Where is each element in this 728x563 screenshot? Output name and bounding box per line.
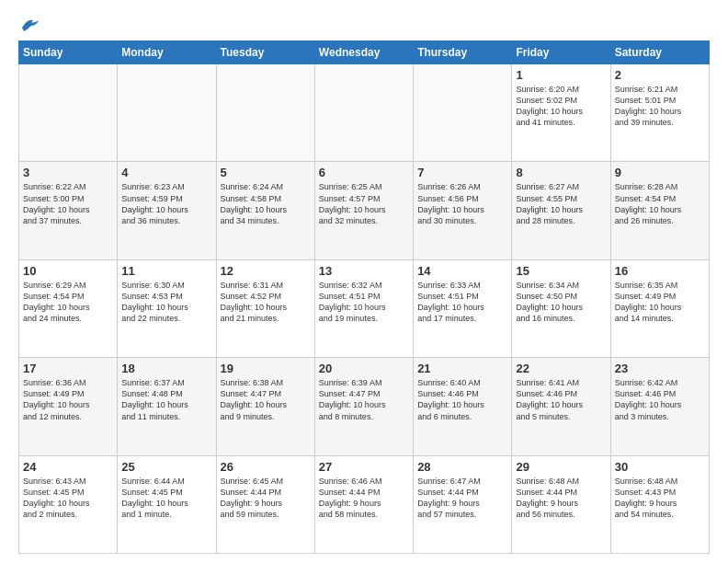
calendar-cell: 11Sunrise: 6:30 AM Sunset: 4:53 PM Dayli… — [118, 259, 216, 357]
calendar-header-thursday: Thursday — [414, 41, 512, 64]
calendar-cell: 15Sunrise: 6:34 AM Sunset: 4:50 PM Dayli… — [512, 259, 610, 357]
day-info: Sunrise: 6:48 AM Sunset: 4:44 PM Dayligh… — [516, 476, 606, 521]
calendar-cell: 6Sunrise: 6:25 AM Sunset: 4:57 PM Daylig… — [314, 162, 413, 259]
calendar-cell: 1Sunrise: 6:20 AM Sunset: 5:02 PM Daylig… — [512, 64, 610, 162]
calendar-header-monday: Monday — [118, 41, 216, 64]
day-info: Sunrise: 6:22 AM Sunset: 5:00 PM Dayligh… — [23, 181, 113, 226]
calendar-header-row: SundayMondayTuesdayWednesdayThursdayFrid… — [19, 41, 710, 64]
day-info: Sunrise: 6:32 AM Sunset: 4:51 PM Dayligh… — [319, 280, 409, 325]
day-number: 21 — [417, 362, 507, 375]
day-number: 29 — [516, 460, 606, 474]
calendar-cell: 5Sunrise: 6:24 AM Sunset: 4:58 PM Daylig… — [216, 162, 314, 259]
calendar-cell: 14Sunrise: 6:33 AM Sunset: 4:51 PM Dayli… — [414, 259, 512, 357]
calendar-cell — [118, 64, 216, 162]
day-number: 25 — [121, 460, 211, 474]
day-info: Sunrise: 6:43 AM Sunset: 4:45 PM Dayligh… — [23, 476, 113, 521]
day-info: Sunrise: 6:33 AM Sunset: 4:51 PM Dayligh… — [417, 280, 507, 325]
day-info: Sunrise: 6:47 AM Sunset: 4:44 PM Dayligh… — [417, 476, 507, 521]
day-number: 10 — [23, 264, 113, 278]
calendar-week-4: 17Sunrise: 6:36 AM Sunset: 4:49 PM Dayli… — [19, 358, 710, 455]
calendar-cell: 3Sunrise: 6:22 AM Sunset: 5:00 PM Daylig… — [19, 162, 118, 259]
day-number: 6 — [319, 166, 409, 179]
calendar-week-2: 3Sunrise: 6:22 AM Sunset: 5:00 PM Daylig… — [19, 162, 710, 259]
calendar-cell: 21Sunrise: 6:40 AM Sunset: 4:46 PM Dayli… — [414, 358, 512, 455]
day-number: 8 — [516, 166, 606, 179]
calendar-header-saturday: Saturday — [610, 41, 709, 64]
day-info: Sunrise: 6:35 AM Sunset: 4:49 PM Dayligh… — [615, 280, 705, 325]
calendar-cell: 26Sunrise: 6:45 AM Sunset: 4:44 PM Dayli… — [216, 455, 314, 553]
calendar-cell: 20Sunrise: 6:39 AM Sunset: 4:47 PM Dayli… — [314, 358, 413, 455]
day-info: Sunrise: 6:34 AM Sunset: 4:50 PM Dayligh… — [516, 280, 606, 325]
day-number: 19 — [221, 362, 311, 375]
calendar-cell: 10Sunrise: 6:29 AM Sunset: 4:54 PM Dayli… — [19, 259, 118, 357]
day-number: 24 — [23, 460, 113, 474]
day-info: Sunrise: 6:46 AM Sunset: 4:44 PM Dayligh… — [319, 476, 409, 521]
day-info: Sunrise: 6:44 AM Sunset: 4:45 PM Dayligh… — [121, 476, 211, 521]
day-number: 3 — [23, 166, 113, 179]
calendar-cell: 22Sunrise: 6:41 AM Sunset: 4:46 PM Dayli… — [512, 358, 610, 455]
day-info: Sunrise: 6:30 AM Sunset: 4:53 PM Dayligh… — [121, 280, 211, 325]
day-number: 5 — [221, 166, 311, 179]
day-info: Sunrise: 6:21 AM Sunset: 5:01 PM Dayligh… — [615, 84, 705, 129]
day-number: 1 — [516, 68, 606, 82]
day-info: Sunrise: 6:26 AM Sunset: 4:56 PM Dayligh… — [417, 181, 507, 226]
calendar-cell: 2Sunrise: 6:21 AM Sunset: 5:01 PM Daylig… — [610, 64, 709, 162]
calendar-cell: 28Sunrise: 6:47 AM Sunset: 4:44 PM Dayli… — [414, 455, 512, 553]
calendar-cell — [19, 64, 118, 162]
calendar-cell: 19Sunrise: 6:38 AM Sunset: 4:47 PM Dayli… — [216, 358, 314, 455]
day-number: 30 — [615, 460, 705, 474]
day-number: 9 — [615, 166, 705, 179]
day-info: Sunrise: 6:37 AM Sunset: 4:48 PM Dayligh… — [121, 377, 211, 422]
calendar-header-wednesday: Wednesday — [314, 41, 413, 64]
day-number: 7 — [417, 166, 507, 179]
calendar-table: SundayMondayTuesdayWednesdayThursdayFrid… — [18, 40, 710, 554]
day-number: 28 — [417, 460, 507, 474]
calendar-cell — [414, 64, 512, 162]
day-number: 27 — [319, 460, 409, 474]
calendar-cell: 16Sunrise: 6:35 AM Sunset: 4:49 PM Dayli… — [610, 259, 709, 357]
day-info: Sunrise: 6:38 AM Sunset: 4:47 PM Dayligh… — [221, 377, 311, 422]
day-info: Sunrise: 6:28 AM Sunset: 4:54 PM Dayligh… — [615, 181, 705, 226]
day-number: 12 — [221, 264, 311, 278]
calendar-cell: 4Sunrise: 6:23 AM Sunset: 4:59 PM Daylig… — [118, 162, 216, 259]
day-number: 20 — [319, 362, 409, 375]
day-info: Sunrise: 6:24 AM Sunset: 4:58 PM Dayligh… — [221, 181, 311, 226]
day-info: Sunrise: 6:41 AM Sunset: 4:46 PM Dayligh… — [516, 377, 606, 422]
calendar-cell: 24Sunrise: 6:43 AM Sunset: 4:45 PM Dayli… — [19, 455, 118, 553]
calendar-cell: 18Sunrise: 6:37 AM Sunset: 4:48 PM Dayli… — [118, 358, 216, 455]
calendar-cell: 29Sunrise: 6:48 AM Sunset: 4:44 PM Dayli… — [512, 455, 610, 553]
day-info: Sunrise: 6:40 AM Sunset: 4:46 PM Dayligh… — [417, 377, 507, 422]
day-number: 26 — [221, 460, 311, 474]
day-number: 11 — [121, 264, 211, 278]
day-info: Sunrise: 6:27 AM Sunset: 4:55 PM Dayligh… — [516, 181, 606, 226]
calendar-cell: 25Sunrise: 6:44 AM Sunset: 4:45 PM Dayli… — [118, 455, 216, 553]
calendar-cell: 30Sunrise: 6:48 AM Sunset: 4:43 PM Dayli… — [610, 455, 709, 553]
day-info: Sunrise: 6:42 AM Sunset: 4:46 PM Dayligh… — [615, 377, 705, 422]
calendar-cell: 12Sunrise: 6:31 AM Sunset: 4:52 PM Dayli… — [216, 259, 314, 357]
calendar-cell: 7Sunrise: 6:26 AM Sunset: 4:56 PM Daylig… — [414, 162, 512, 259]
logo-bird-icon — [20, 17, 40, 33]
day-number: 2 — [615, 68, 705, 82]
day-number: 14 — [417, 264, 507, 278]
calendar-week-3: 10Sunrise: 6:29 AM Sunset: 4:54 PM Dayli… — [19, 259, 710, 357]
calendar-cell: 27Sunrise: 6:46 AM Sunset: 4:44 PM Dayli… — [314, 455, 413, 553]
calendar-header-tuesday: Tuesday — [216, 41, 314, 64]
day-info: Sunrise: 6:25 AM Sunset: 4:57 PM Dayligh… — [319, 181, 409, 226]
calendar-header-sunday: Sunday — [19, 41, 118, 64]
day-number: 18 — [121, 362, 211, 375]
calendar-week-5: 24Sunrise: 6:43 AM Sunset: 4:45 PM Dayli… — [19, 455, 710, 553]
day-info: Sunrise: 6:45 AM Sunset: 4:44 PM Dayligh… — [221, 476, 311, 521]
day-number: 16 — [615, 264, 705, 278]
logo — [18, 18, 40, 31]
calendar-cell — [314, 64, 413, 162]
calendar-cell — [216, 64, 314, 162]
day-number: 13 — [319, 264, 409, 278]
page-header — [18, 15, 710, 31]
day-number: 17 — [23, 362, 113, 375]
day-info: Sunrise: 6:20 AM Sunset: 5:02 PM Dayligh… — [516, 84, 606, 129]
day-info: Sunrise: 6:36 AM Sunset: 4:49 PM Dayligh… — [23, 377, 113, 422]
day-info: Sunrise: 6:31 AM Sunset: 4:52 PM Dayligh… — [221, 280, 311, 325]
calendar-header-friday: Friday — [512, 41, 610, 64]
day-number: 4 — [121, 166, 211, 179]
day-info: Sunrise: 6:23 AM Sunset: 4:59 PM Dayligh… — [121, 181, 211, 226]
